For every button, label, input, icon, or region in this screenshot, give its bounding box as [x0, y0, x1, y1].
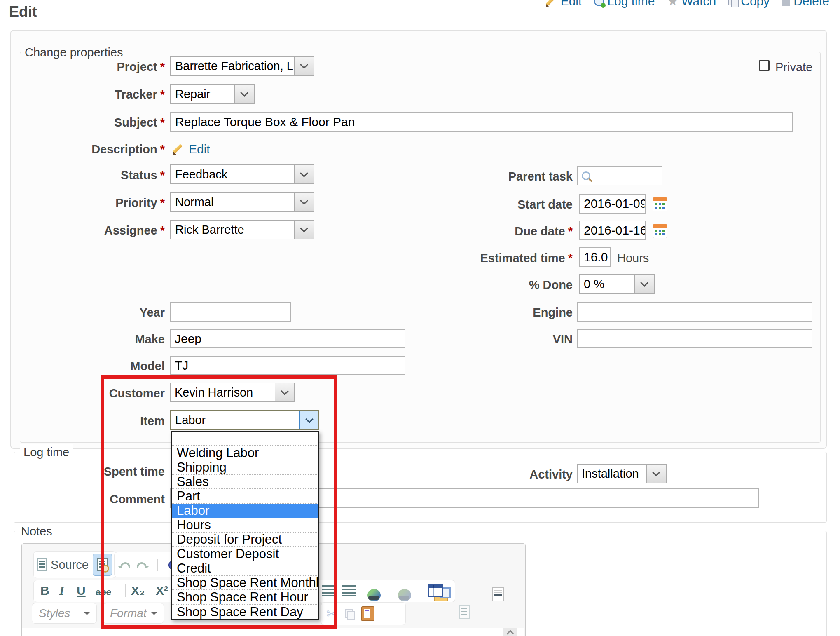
chevron-up-icon [506, 630, 514, 636]
description-label: Description* [0, 141, 165, 157]
project-select-arrow[interactable] [294, 57, 314, 75]
item-value: Labor [175, 413, 206, 427]
customer-select-arrow[interactable] [275, 383, 294, 401]
bold-button[interactable]: B [40, 584, 49, 598]
percent-done-select-arrow[interactable] [634, 275, 654, 293]
start-date-input[interactable]: 2016-01-09 [579, 194, 646, 214]
chevron-down-icon [300, 169, 308, 177]
item-option[interactable]: Hours [172, 518, 318, 533]
pencil-icon [545, 0, 557, 7]
item-option[interactable]: Shop Space Rent Day [172, 605, 318, 619]
log-time-fieldset: Log time [14, 452, 827, 523]
strikethrough-button[interactable]: abc [96, 585, 111, 599]
spell-check-icon[interactable] [459, 605, 470, 619]
item-select[interactable]: Labor [170, 410, 319, 430]
edit-action-label: Edit [561, 0, 582, 8]
justify-block-icon[interactable] [342, 585, 356, 596]
start-date-value: 2016-01-09 [584, 197, 646, 211]
subject-input[interactable]: Replace Torque Box & Floor Pan [170, 112, 793, 132]
italic-button[interactable]: I [59, 584, 64, 598]
item-option[interactable]: Shop Space Rent Hour [172, 590, 318, 605]
priority-select-arrow[interactable] [294, 193, 314, 211]
make-input[interactable]: Jeep [170, 329, 405, 348]
chevron-down-icon [240, 89, 248, 97]
underline-button[interactable]: U [77, 584, 86, 598]
preview-button[interactable] [93, 554, 112, 576]
year-input[interactable] [170, 302, 291, 322]
activity-select[interactable]: Installation [577, 464, 667, 483]
item-option[interactable]: Part [172, 489, 318, 504]
edit-action-link[interactable]: Edit [545, 0, 582, 8]
parent-task-input[interactable] [577, 166, 662, 185]
editor-content-area[interactable] [22, 628, 524, 636]
percent-done-select[interactable]: 0 % [579, 274, 655, 294]
paste-icon[interactable] [361, 606, 374, 621]
toolbar-separator [407, 584, 407, 597]
chevron-down-icon [151, 612, 157, 618]
item-option-selected[interactable]: Labor [172, 504, 318, 518]
item-option[interactable] [172, 432, 318, 446]
calendar-icon[interactable] [653, 224, 667, 238]
item-select-arrow[interactable] [299, 411, 318, 429]
format-dropdown[interactable]: Format [103, 603, 164, 624]
activity-select-arrow[interactable] [646, 465, 666, 483]
make-label: Make [0, 331, 165, 347]
due-date-input[interactable]: 2016-01-16 [579, 221, 646, 240]
delete-action-link[interactable]: Delete [782, 0, 829, 8]
assignee-select-arrow[interactable] [294, 221, 314, 239]
change-properties-fieldset: Change properties [20, 52, 821, 443]
superscript-button[interactable]: X² [156, 584, 168, 598]
redo-icon[interactable] [137, 562, 147, 568]
source-button[interactable]: Source [51, 558, 89, 572]
assignee-select[interactable]: Rick Barrette [170, 220, 314, 239]
link-icon[interactable] [367, 589, 381, 601]
chevron-down-icon [300, 224, 308, 232]
priority-select[interactable]: Normal [170, 192, 314, 212]
item-label: Item [0, 413, 165, 429]
contextual-action-bar: Edit Log time ★ Watch Copy Delete [545, 0, 829, 8]
customer-select[interactable]: Kevin Harrison [170, 383, 295, 402]
item-option[interactable]: Shop Space Rent Monthly [172, 576, 318, 590]
undo-icon[interactable] [120, 562, 130, 568]
watch-action-link[interactable]: ★ Watch [667, 0, 716, 8]
log-time-legend: Log time [20, 444, 73, 460]
chevron-down-icon [281, 387, 289, 395]
item-option[interactable]: Sales [172, 475, 318, 489]
activity-label: Activity [408, 466, 573, 483]
assignee-value: Rick Barrette [175, 223, 244, 237]
tracker-select-arrow[interactable] [234, 85, 254, 103]
item-option[interactable]: Welding Labor [172, 446, 318, 460]
tracker-select[interactable]: Repair [170, 84, 255, 104]
status-select-arrow[interactable] [294, 165, 314, 183]
item-option[interactable]: Deposit for Project [172, 533, 318, 547]
copy-doc-icon[interactable] [345, 609, 354, 619]
styles-dropdown[interactable]: Styles [32, 603, 97, 624]
copy-action-link[interactable]: Copy [728, 0, 770, 8]
year-label: Year [0, 304, 165, 321]
hours-suffix: Hours [617, 250, 700, 266]
item-option[interactable]: Credit [172, 561, 318, 576]
engine-input[interactable] [577, 302, 812, 322]
status-select[interactable]: Feedback [170, 164, 314, 184]
item-option[interactable]: Shipping [172, 460, 318, 475]
subscript-button[interactable]: X₂ [131, 584, 145, 598]
calendar-icon[interactable] [653, 197, 667, 211]
cut-icon[interactable]: ✂ [326, 606, 337, 622]
model-input[interactable]: TJ [170, 356, 405, 375]
estimated-time-input[interactable]: 16.0 [579, 247, 611, 267]
horizontal-rule-icon[interactable] [492, 587, 504, 601]
toolbar-collapse-button[interactable] [503, 628, 517, 636]
private-checkbox[interactable] [759, 60, 770, 71]
description-edit-link[interactable]: Edit [189, 142, 210, 156]
engine-label: Engine [408, 304, 573, 321]
assignee-label: Assignee* [0, 222, 165, 239]
table-icon[interactable] [428, 584, 443, 597]
vin-input[interactable] [577, 329, 812, 348]
unlink-icon[interactable] [398, 589, 411, 601]
styles-dropdown-label: Styles [39, 607, 70, 620]
project-select[interactable]: Barrette Fabrication, LLC [170, 56, 314, 76]
item-option[interactable]: Customer Deposit [172, 547, 318, 561]
due-date-value: 2016-01-16 [584, 223, 646, 237]
log-time-action-link[interactable]: Log time [594, 0, 655, 8]
bulleted-list-icon[interactable] [322, 585, 336, 596]
